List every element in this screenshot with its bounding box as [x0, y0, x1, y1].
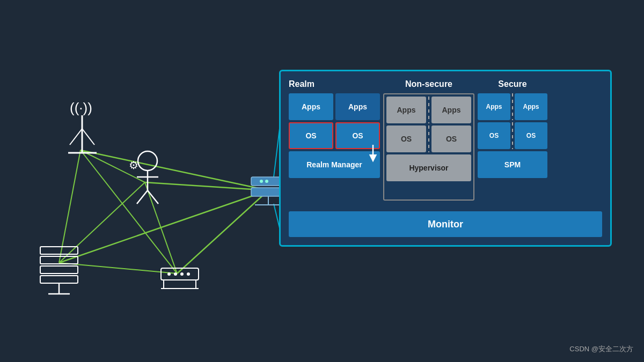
realm-header: Realm: [289, 79, 314, 88]
hypervisor-cell: Hypervisor: [386, 154, 471, 181]
secure-column: Apps Apps OS OS SPM: [478, 93, 547, 201]
svg-point-31: [167, 272, 171, 276]
nonsecure-os-2: OS: [431, 125, 471, 152]
nonsecure-column: Apps Apps OS OS Hypervisor: [383, 93, 474, 201]
secure-apps-1: Apps: [478, 93, 510, 120]
secure-os-1: OS: [478, 122, 510, 149]
secure-header: Secure: [498, 79, 526, 88]
svg-point-33: [180, 272, 184, 276]
svg-point-34: [187, 272, 190, 276]
svg-text:⚙: ⚙: [129, 159, 138, 171]
svg-point-32: [174, 272, 177, 276]
nonsecure-apps-1: Apps: [386, 97, 426, 123]
secure-os-2: OS: [515, 122, 547, 149]
architecture-diagram: Realm Non-secure Secure Apps Apps OS OS …: [279, 70, 612, 247]
nonsecure-apps-2: Apps: [431, 97, 471, 123]
secure-apps-2: Apps: [515, 93, 547, 120]
spm-cell: SPM: [478, 151, 547, 178]
realm-column: Apps Apps OS OS Realm Manager: [289, 93, 380, 201]
nonsecure-os-1: OS: [386, 125, 426, 152]
realm-os-1: OS: [289, 122, 333, 149]
svg-text:((·)): ((·)): [70, 100, 92, 116]
realm-apps-1: Apps: [289, 93, 333, 120]
watermark: CSDN @安全二次方: [569, 344, 633, 354]
svg-point-43: [265, 180, 268, 183]
monitor-bar: Monitor: [289, 211, 602, 237]
realm-os-2: OS: [335, 122, 380, 149]
nonsecure-header: Non-secure: [405, 79, 452, 88]
realm-manager-cell: Realm Manager: [289, 151, 380, 178]
svg-point-42: [260, 180, 263, 183]
realm-apps-2: Apps: [335, 93, 380, 120]
